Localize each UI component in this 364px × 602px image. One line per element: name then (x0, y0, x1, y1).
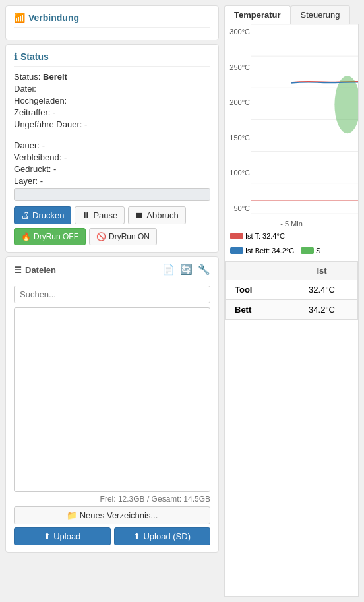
ban-icon: 🚫 (96, 232, 106, 241)
list-icon: ☰ (14, 265, 22, 275)
file-list[interactable] (14, 307, 210, 492)
chart-canvas (251, 24, 358, 216)
bett-ist-value: 34.2°C (286, 300, 358, 320)
legend-color-ist-bett (230, 247, 243, 254)
tool-ist-value: 32.4°C (286, 280, 358, 300)
table-row: Bett 34.2°C (226, 300, 358, 320)
dryrun-on-button[interactable]: 🚫 DryRun ON (89, 228, 157, 245)
legend-item-ist-bett: Ist Bett: 34.2°C (230, 247, 294, 255)
y-axis-labels: 300°C 250°C 200°C 150°C 100°C 50°C (225, 24, 251, 216)
search-input[interactable] (14, 286, 210, 303)
drucken-button[interactable]: 🖨 Drucken (14, 206, 71, 224)
status-label: Status: (14, 72, 40, 82)
signal-icon: 📶 (14, 13, 25, 23)
upload-sd-icon: ⬆ (133, 531, 140, 541)
temp-table: Ist Tool 32.4°C Bett 34.2°C (225, 261, 358, 320)
files-label: Dateien (25, 265, 56, 275)
dauer-label: Dauer: (14, 140, 40, 150)
legend-label-ist-t: Ist T: 32.4°C (245, 232, 285, 240)
dryrun-off-button[interactable]: 🔥 DryRun OFF (14, 228, 86, 245)
svg-point-7 (334, 76, 358, 133)
tab-temperatur[interactable]: Temperatur (224, 5, 291, 24)
settings-icon[interactable]: 🔧 (198, 264, 210, 276)
new-file-icon[interactable]: 📄 (162, 264, 175, 276)
print-icon: 🖨 (21, 210, 30, 220)
stop-icon: ⏹ (135, 210, 144, 220)
legend-item-s: S (301, 247, 320, 255)
chart-legend: Ist T: 32.4°C Ist Bett: 34.2°C S (225, 229, 358, 257)
legend-color-s (301, 247, 314, 254)
chart-area: 300°C 250°C 200°C 150°C 100°C 50°C (224, 24, 359, 597)
verbleibend-label: Verbleibend: (14, 152, 61, 162)
legend-label-s: S (316, 247, 320, 255)
upload-icon: ⬆ (44, 531, 51, 541)
info-icon: ℹ (14, 51, 17, 62)
abbruch-button[interactable]: ⏹ Abbruch (128, 206, 185, 224)
pause-icon: ⏸ (82, 210, 90, 220)
layer-value: - (40, 176, 43, 186)
ungefaehre-dauer-value: - (84, 119, 87, 129)
pause-button[interactable]: ⏸ Pause (75, 206, 125, 224)
hochgeladen-label: Hochgeladen: (14, 96, 67, 105)
files-section-header: ☰ Dateien (14, 265, 56, 275)
status-section-label: Status (20, 51, 49, 62)
verbleibend-value: - (64, 152, 67, 162)
dryrun-off-icon: 🔥 (21, 232, 31, 241)
folder-icon: 📁 (67, 510, 77, 520)
bett-label: Bett (226, 300, 286, 320)
temp-table-header-ist: Ist (286, 262, 358, 280)
refresh-icon[interactable]: 🔄 (180, 264, 193, 276)
new-directory-button[interactable]: 📁 Neues Verzeichnis... (14, 506, 210, 524)
upload-button[interactable]: ⬆ Upload (14, 527, 111, 545)
connection-label: Verbindung (28, 13, 79, 23)
ungefaehre-dauer-label: Ungefähre Dauer: (14, 119, 82, 129)
layer-label: Layer: (14, 176, 38, 186)
storage-info: Frei: 12.3GB / Gesamt: 14.5GB (14, 495, 210, 504)
legend-color-ist-t (230, 233, 243, 239)
tabs: Temperatur Steuerung (224, 5, 359, 24)
gedruckt-value: - (53, 164, 56, 174)
table-row: Tool 32.4°C (226, 280, 358, 300)
status-value: Bereit (43, 72, 67, 82)
zeitraffer-label: Zeitraffer: (14, 107, 50, 117)
tool-label: Tool (226, 280, 286, 300)
temp-table-header-name (226, 262, 286, 280)
gedruckt-label: Gedruckt: (14, 164, 51, 174)
legend-item-ist-t: Ist T: 32.4°C (230, 232, 285, 240)
legend-label-ist-bett: Ist Bett: 34.2°C (245, 247, 294, 255)
zeitraffer-value: - (53, 107, 55, 117)
upload-sd-button[interactable]: ⬆ Upload (SD) (114, 527, 211, 545)
progress-bar-container (14, 188, 210, 201)
x-axis-label: - 5 Min (280, 220, 303, 227)
dauer-value: - (42, 140, 45, 150)
datei-label: Datei: (14, 84, 36, 94)
tab-steuerung[interactable]: Steuerung (291, 5, 350, 24)
